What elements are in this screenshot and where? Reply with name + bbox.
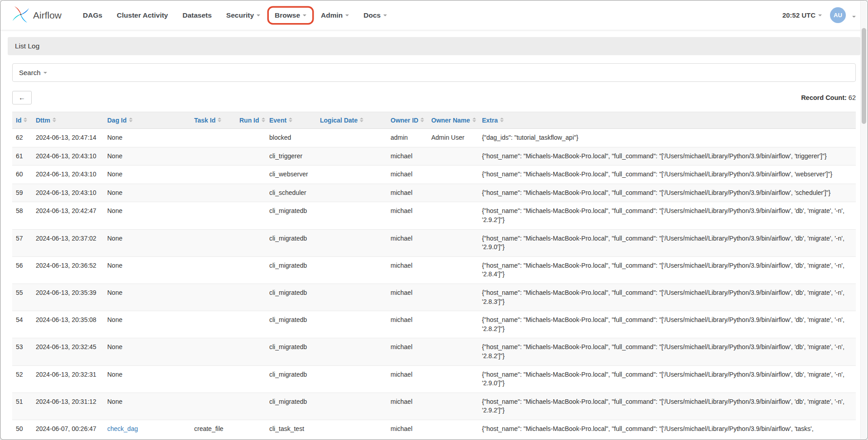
sort-icon[interactable] — [218, 118, 221, 122]
cell-text: 2024-06-13, 20:37:02 — [36, 235, 96, 242]
nav-item-cluster-activity[interactable]: Cluster Activity — [111, 8, 174, 23]
cell-owner-name — [428, 393, 478, 420]
cell-event: cli_migratedb — [266, 229, 316, 256]
toolbar: ← Record Count: 62 — [12, 91, 856, 104]
sort-icon[interactable] — [262, 118, 265, 122]
column-sort-link[interactable]: Logical Date — [320, 117, 358, 124]
record-count: Record Count: 62 — [801, 94, 856, 101]
column-sort-link[interactable]: Extra — [482, 117, 498, 124]
column-sort-link[interactable]: Dttm — [36, 117, 50, 124]
cell-text: michael — [391, 371, 412, 378]
table-row: 542024-06-13, 20:35:08Nonecli_migratedbm… — [12, 311, 856, 338]
sort-icon[interactable] — [52, 118, 56, 122]
cell-task-id — [191, 166, 236, 184]
cell-owner-id: michael — [387, 166, 428, 184]
search-toggle[interactable]: Search — [12, 63, 856, 82]
column-sort-link[interactable]: Id — [16, 117, 21, 124]
cell-text: cli_migratedb — [269, 343, 307, 350]
cell-text: 61 — [16, 152, 23, 160]
cell-owner-name — [428, 256, 478, 284]
cell-dag-id: None — [104, 365, 191, 393]
column-sort-link[interactable]: Owner ID — [391, 117, 418, 124]
cell-text: {"host_name": "Michaels-MacBook-Pro.loca… — [482, 235, 844, 251]
cell-dag-id: None — [104, 311, 191, 338]
cell-logical-date — [316, 147, 387, 166]
cell-text: {"host_name": "Michaels-MacBook-Pro.loca… — [482, 152, 827, 160]
cell-text: cli_task_test — [269, 425, 304, 432]
column-header-id: Id — [12, 112, 32, 129]
cell-extra: {"host_name": "Michaels-MacBook-Pro.loca… — [478, 184, 856, 202]
nav-item-label: Browse — [275, 11, 300, 19]
nav-item-label: Cluster Activity — [117, 11, 168, 19]
cell-logical-date — [316, 256, 387, 284]
cell-text: 50 — [16, 425, 23, 432]
cell-extra: {"dag_ids": "tutorial_taskflow_api"} — [478, 129, 856, 147]
cell-logical-date — [316, 420, 387, 438]
clock-label: 20:52 UTC — [782, 11, 816, 19]
column-sort-link[interactable]: Dag Id — [107, 117, 127, 124]
cell-owner-name — [428, 311, 478, 338]
chevron-down-icon — [852, 16, 856, 18]
airflow-brand[interactable]: Airflow — [12, 6, 62, 25]
column-sort-link[interactable]: Run Id — [239, 117, 259, 124]
scrollbar-track[interactable] — [860, 1, 867, 439]
dag-link[interactable]: check_dag — [107, 425, 138, 432]
cell-owner-name — [428, 365, 478, 393]
cell-text: cli_triggerer — [269, 152, 302, 160]
column-sort-link[interactable]: Owner Name — [431, 117, 470, 124]
cell-text: michael — [391, 425, 412, 432]
sort-icon[interactable] — [472, 118, 476, 122]
sort-icon[interactable] — [420, 118, 424, 122]
sort-icon[interactable] — [129, 118, 133, 122]
cell-text: {"host_name": "Michaels-MacBook-Pro.loca… — [482, 289, 844, 305]
cell-text: None — [107, 371, 122, 378]
cell-event: cli_migratedb — [266, 311, 316, 338]
cell-extra: {"host_name": "Michaels-MacBook-Pro.loca… — [478, 147, 856, 166]
cell-owner-id: michael — [387, 420, 428, 438]
back-button[interactable]: ← — [12, 91, 32, 104]
cell-dttm: 2024-06-07, 00:26:47 — [32, 420, 104, 438]
cell-extra: {"host_name": "Michaels-MacBook-Pro.loca… — [478, 420, 856, 438]
cell-event: cli_webserver — [266, 166, 316, 184]
cell-dttm: 2024-06-13, 20:37:02 — [32, 229, 104, 256]
avatar[interactable]: AU — [830, 7, 846, 23]
sort-icon[interactable] — [500, 118, 504, 122]
cell-logical-date — [316, 129, 387, 147]
cell-text: 51 — [16, 398, 23, 405]
cell-text: None — [107, 134, 122, 141]
nav-item-security[interactable]: Security — [220, 8, 266, 23]
column-header-logical-date: Logical Date — [316, 112, 387, 129]
nav-item-datasets[interactable]: Datasets — [176, 8, 218, 23]
user-menu-toggle[interactable] — [849, 11, 856, 19]
cell-event: cli_migratedb — [266, 393, 316, 420]
sort-icon[interactable] — [360, 118, 363, 122]
column-sort-link[interactable]: Task Id — [194, 117, 215, 124]
clock-dropdown[interactable]: 20:52 UTC — [782, 11, 822, 19]
cell-id: 57 — [12, 229, 32, 256]
cell-dttm: 2024-06-13, 20:43:10 — [32, 166, 104, 184]
nav-item-browse[interactable]: Browse — [269, 8, 312, 23]
cell-run-id — [236, 256, 266, 284]
column-sort-link[interactable]: Event — [269, 117, 286, 124]
cell-extra: {"host_name": "Michaels-MacBook-Pro.loca… — [478, 393, 856, 420]
cell-text: None — [107, 170, 122, 178]
cell-id: 50 — [12, 420, 32, 438]
cell-text: None — [107, 289, 122, 296]
table-row: 602024-06-13, 20:43:10Nonecli_webserverm… — [12, 166, 856, 184]
cell-task-id — [191, 147, 236, 166]
cell-extra: {"host_name": "Michaels-MacBook-Pro.loca… — [478, 365, 856, 393]
cell-event: cli_scheduler — [266, 184, 316, 202]
nav-item-admin[interactable]: Admin — [315, 8, 355, 23]
sort-icon[interactable] — [24, 118, 27, 122]
nav-item-dags[interactable]: DAGs — [77, 8, 108, 23]
cell-dttm: 2024-06-13, 20:32:31 — [32, 365, 104, 393]
scrollbar-thumb[interactable] — [862, 28, 866, 124]
sort-icon[interactable] — [289, 118, 292, 122]
table-row: 522024-06-13, 20:32:31Nonecli_migratedbm… — [12, 365, 856, 393]
cell-owner-id: michael — [387, 284, 428, 311]
nav-item-docs[interactable]: Docs — [358, 8, 393, 23]
browser-window: Airflow DAGsCluster ActivityDatasetsSecu… — [0, 0, 868, 440]
cell-owner-id: michael — [387, 184, 428, 202]
cell-text: {"host_name": "Michaels-MacBook-Pro.loca… — [482, 189, 830, 196]
table-header: IdDttmDag IdTask IdRun IdEventLogical Da… — [12, 112, 856, 129]
